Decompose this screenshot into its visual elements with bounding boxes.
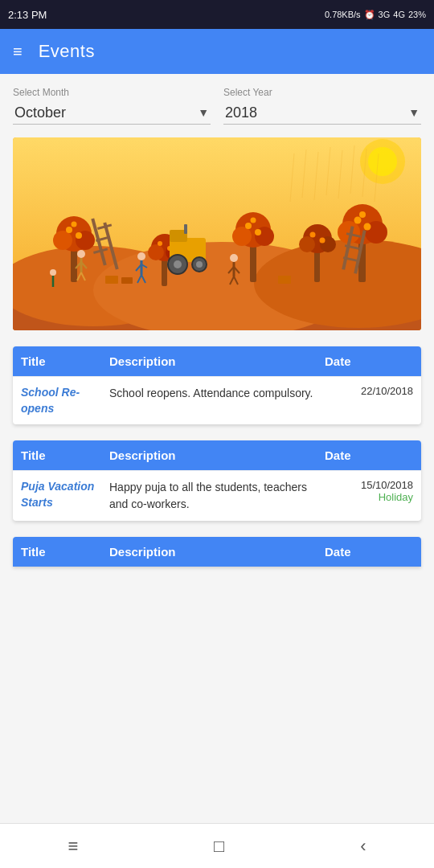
- svg-point-76: [50, 269, 56, 276]
- event-desc-2: Happy puja to all the students, teachers…: [109, 479, 325, 513]
- event-card-3-header: Title Description Date: [13, 537, 421, 567]
- header-desc-3: Description: [109, 545, 325, 559]
- header-title-3: Title: [21, 545, 109, 559]
- month-label: Select Month: [13, 87, 211, 98]
- status-right: 0.78KB/s ⏰ 3G 4G 23%: [325, 10, 426, 20]
- svg-point-37: [148, 244, 164, 260]
- svg-point-33: [310, 232, 316, 238]
- bottom-nav: ≡ □ ‹: [0, 823, 434, 868]
- svg-point-28: [359, 211, 366, 218]
- app-bar: ≡ Events: [0, 29, 434, 74]
- svg-point-27: [364, 223, 371, 231]
- svg-rect-80: [278, 276, 291, 284]
- svg-point-26: [354, 217, 362, 224]
- month-select[interactable]: October January February March April May…: [14, 104, 198, 121]
- year-chevron-icon: ▼: [408, 106, 420, 119]
- header-desc-2: Description: [109, 448, 325, 462]
- header-title-2: Title: [21, 448, 109, 462]
- status-left: 2:13 PM: [8, 9, 47, 21]
- svg-point-44: [174, 260, 182, 268]
- status-alarm-icon: ⏰: [364, 10, 375, 20]
- app-title: Events: [39, 41, 95, 62]
- event-date-2-group: 15/10/2018 Holiday: [325, 479, 413, 513]
- svg-point-21: [251, 218, 256, 223]
- header-date-2: Date: [325, 448, 413, 462]
- event-card-1-header: Title Description Date: [13, 346, 421, 376]
- event-card-2-header: Title Description Date: [13, 440, 421, 470]
- event-row-2: Puja Vacation Starts Happy puja to all t…: [13, 470, 421, 521]
- year-selector-group: Select Year 2018 2016 2017 2019 2020 ▼: [223, 87, 421, 125]
- year-label: Select Year: [223, 87, 421, 98]
- bottom-home-icon[interactable]: □: [214, 836, 224, 857]
- svg-point-82: [368, 147, 397, 176]
- date-selectors: Select Month October January February Ma…: [13, 87, 421, 125]
- event-row-1: School Re-opens School reopens. Attendan…: [13, 376, 421, 424]
- svg-point-10: [53, 231, 72, 250]
- svg-point-39: [158, 241, 162, 246]
- month-dropdown[interactable]: October January February March April May…: [13, 101, 211, 125]
- header-date-3: Date: [325, 545, 413, 559]
- svg-point-46: [196, 261, 203, 268]
- event-date-2: 15/10/2018: [325, 479, 413, 491]
- event-card-1: Title Description Date School Re-opens S…: [13, 346, 421, 424]
- event-holiday-badge-2: Holiday: [325, 491, 413, 503]
- status-network: 3G: [379, 10, 391, 19]
- svg-point-58: [77, 250, 85, 258]
- banner-image: [13, 137, 421, 330]
- bottom-menu-icon[interactable]: ≡: [68, 836, 78, 857]
- hamburger-menu-icon[interactable]: ≡: [13, 43, 23, 61]
- svg-point-70: [230, 254, 238, 262]
- header-title-1: Title: [21, 354, 109, 368]
- event-card-2: Title Description Date Puja Vacation Sta…: [13, 440, 421, 521]
- status-network2: 4G: [393, 10, 405, 19]
- svg-point-64: [137, 252, 145, 260]
- year-select[interactable]: 2018 2016 2017 2019 2020: [225, 104, 408, 121]
- svg-point-19: [245, 223, 252, 229]
- bottom-back-icon[interactable]: ‹: [360, 836, 366, 857]
- status-speed: 0.78KB/s: [325, 10, 361, 19]
- svg-rect-78: [105, 276, 118, 284]
- status-time: 2:13 PM: [8, 9, 47, 21]
- event-date-1: 22/10/2018: [325, 385, 413, 416]
- svg-point-34: [320, 238, 326, 244]
- header-desc-1: Description: [109, 354, 325, 368]
- event-title-2: Puja Vacation Starts: [21, 479, 109, 513]
- svg-rect-47: [184, 224, 187, 234]
- svg-point-17: [232, 227, 252, 246]
- status-battery: 23%: [408, 10, 426, 19]
- svg-point-12: [66, 227, 72, 233]
- main-content: Select Month October January February Ma…: [0, 74, 434, 636]
- svg-point-31: [299, 236, 315, 252]
- event-desc-1: School reopens. Attendance compulsory.: [109, 385, 325, 416]
- svg-point-20: [255, 229, 261, 235]
- header-date-1: Date: [325, 354, 413, 368]
- event-card-3-partial: Title Description Date: [13, 537, 421, 567]
- svg-point-14: [72, 222, 77, 227]
- month-selector-group: Select Month October January February Ma…: [13, 87, 211, 125]
- svg-rect-79: [121, 277, 133, 284]
- month-chevron-icon: ▼: [198, 106, 209, 119]
- svg-point-13: [76, 232, 82, 239]
- year-dropdown[interactable]: 2018 2016 2017 2019 2020 ▼: [223, 101, 421, 125]
- event-title-1: School Re-opens: [21, 385, 109, 416]
- status-bar: 2:13 PM 0.78KB/s ⏰ 3G 4G 23%: [0, 0, 434, 29]
